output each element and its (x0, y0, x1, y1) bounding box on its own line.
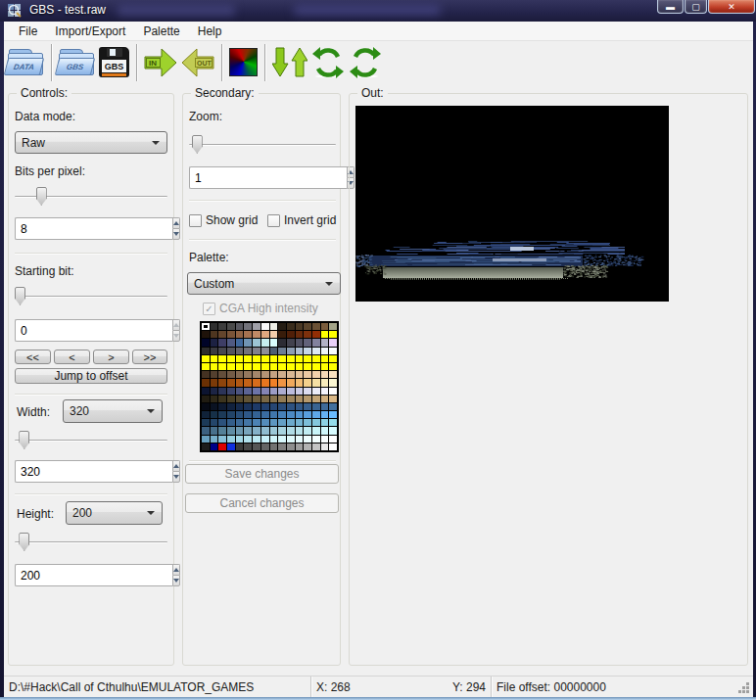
palette-swatch[interactable] (227, 339, 235, 346)
palette-swatch[interactable] (270, 436, 278, 443)
palette-swatch[interactable] (296, 323, 304, 330)
spin-down-button[interactable] (172, 471, 180, 483)
palette-swatch[interactable] (253, 371, 260, 378)
nav-last-button[interactable]: >> (132, 350, 167, 364)
palette-swatch[interactable] (211, 323, 218, 330)
slider-thumb[interactable] (15, 287, 25, 305)
open-data-button[interactable]: DATA (8, 49, 44, 76)
palette-swatch[interactable] (287, 443, 295, 450)
starting-bit-slider[interactable] (15, 287, 167, 306)
palette-swatch[interactable] (211, 419, 218, 426)
palette-swatch[interactable] (304, 436, 311, 443)
palette-swatch[interactable] (270, 355, 278, 362)
palette-swatch[interactable] (261, 339, 269, 346)
palette-swatch[interactable] (296, 436, 304, 443)
palette-swatch[interactable] (278, 419, 286, 426)
minimize-button[interactable]: ▬ (657, 0, 684, 14)
palette-swatch[interactable] (329, 436, 337, 443)
palette-swatch[interactable] (227, 388, 235, 395)
palette-swatch[interactable] (211, 379, 218, 386)
palette-swatch[interactable] (261, 436, 269, 443)
palette-swatch[interactable] (244, 323, 252, 330)
palette-swatch[interactable] (329, 388, 337, 395)
palette-swatch[interactable] (244, 339, 252, 346)
palette-swatch[interactable] (211, 403, 218, 410)
palette-swatch[interactable] (253, 339, 260, 346)
palette-swatch[interactable] (321, 388, 329, 395)
menu-help[interactable]: Help (189, 23, 231, 40)
palette-swatch[interactable] (312, 443, 320, 450)
palette-swatch[interactable] (261, 443, 269, 450)
palette-swatch[interactable] (244, 419, 252, 426)
palette-swatch[interactable] (329, 323, 337, 330)
palette-swatch[interactable] (321, 363, 329, 370)
width-dropdown[interactable]: 320 (63, 399, 163, 423)
palette-swatch[interactable] (218, 371, 226, 378)
palette-swatch[interactable] (236, 427, 244, 434)
palette-swatch[interactable] (278, 411, 286, 418)
palette-swatch[interactable] (270, 388, 278, 395)
palette-swatch[interactable] (261, 419, 269, 426)
palette-swatch[interactable] (329, 339, 337, 346)
palette-swatch[interactable] (261, 323, 269, 330)
palette-swatch[interactable] (218, 363, 226, 370)
palette-swatch[interactable] (218, 323, 226, 330)
palette-swatch[interactable] (227, 355, 235, 362)
palette-swatch[interactable] (236, 323, 244, 330)
palette-swatch[interactable] (211, 388, 218, 395)
palette-swatch[interactable] (278, 388, 286, 395)
palette-swatch[interactable] (321, 443, 329, 450)
palette-swatch[interactable] (236, 379, 244, 386)
palette-swatch[interactable] (236, 403, 244, 410)
palette-swatch[interactable] (321, 396, 329, 402)
palette-swatch[interactable] (218, 379, 226, 386)
palette-swatch[interactable] (202, 331, 210, 338)
save-changes-button[interactable]: Save changes (185, 464, 339, 484)
slider-thumb[interactable] (19, 431, 29, 449)
slider-track[interactable] (15, 440, 167, 442)
palette-swatch[interactable] (287, 371, 295, 378)
palette-swatch[interactable] (261, 363, 269, 370)
palette-swatch[interactable] (287, 419, 295, 426)
slider-track[interactable] (15, 541, 167, 543)
slider-track[interactable] (189, 144, 336, 146)
palette-swatch[interactable] (270, 323, 278, 330)
palette-swatch[interactable] (202, 427, 210, 434)
palette-swatch[interactable] (244, 403, 252, 410)
slider-thumb[interactable] (19, 533, 29, 551)
palette-swatch[interactable] (278, 436, 286, 443)
palette-swatch[interactable] (227, 419, 235, 426)
palette-swatch[interactable] (304, 323, 311, 330)
palette-swatch[interactable] (202, 379, 210, 386)
palette-swatch[interactable] (202, 419, 210, 426)
palette-swatch[interactable] (278, 379, 286, 386)
bits-per-pixel-slider[interactable] (15, 187, 167, 207)
show-grid-checkbox[interactable]: Show grid (189, 213, 258, 227)
palette-swatch[interactable] (236, 388, 244, 395)
palette-swatch[interactable] (270, 379, 278, 386)
palette-swatch[interactable] (329, 331, 337, 338)
zoom-slider[interactable] (189, 135, 336, 155)
palette-swatch[interactable] (270, 371, 278, 378)
palette-swatch[interactable] (261, 396, 269, 402)
palette-swatch[interactable] (244, 388, 252, 395)
palette-swatch[interactable] (261, 411, 269, 418)
palette-swatch[interactable] (253, 443, 260, 450)
palette-swatch[interactable] (278, 363, 286, 370)
palette-swatch[interactable] (321, 348, 329, 354)
palette-swatch[interactable] (202, 355, 210, 362)
palette-swatch[interactable] (270, 363, 278, 370)
palette-swatch[interactable] (296, 403, 304, 410)
palette-swatch[interactable] (218, 348, 226, 354)
palette-swatch[interactable] (218, 396, 226, 402)
nav-prev-button[interactable]: < (54, 350, 90, 364)
palette-swatch[interactable] (218, 403, 226, 410)
palette-swatch[interactable] (329, 371, 337, 378)
palette-swatch[interactable] (270, 396, 278, 402)
palette-swatch[interactable] (312, 427, 320, 434)
palette-swatch[interactable] (304, 371, 311, 378)
palette-swatch[interactable] (278, 443, 286, 450)
palette-swatch[interactable] (312, 396, 320, 402)
palette-swatch[interactable] (287, 403, 295, 410)
palette-swatch[interactable] (253, 323, 260, 330)
